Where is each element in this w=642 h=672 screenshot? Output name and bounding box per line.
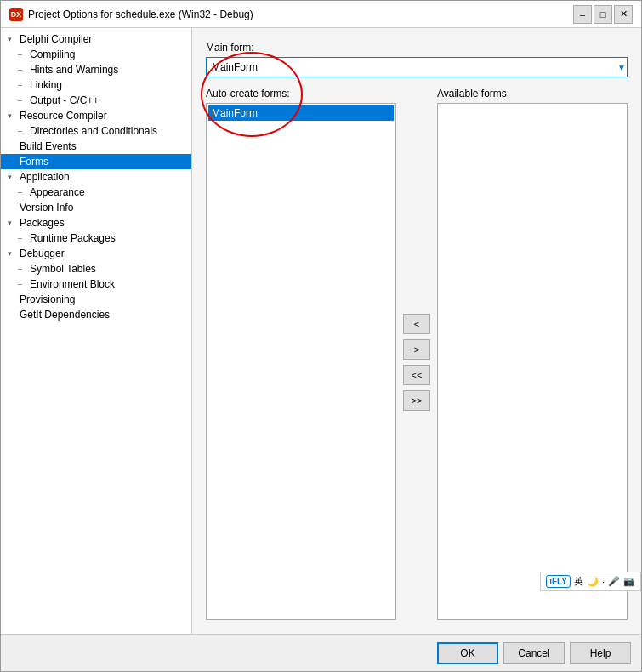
sidebar-item-getit[interactable]: GetIt Dependencies: [1, 307, 191, 322]
sidebar-label: Resource Compiler: [20, 110, 107, 122]
sidebar: ▾ Delphi Compiler – Compiling – Hints an…: [1, 28, 192, 634]
expand-arrow: ▾: [8, 249, 18, 258]
sidebar-item-delphi-compiler[interactable]: ▾ Delphi Compiler: [1, 31, 191, 47]
leaf-dash: –: [18, 96, 28, 105]
leaf-dash: –: [18, 81, 28, 89]
move-right-button[interactable]: >: [403, 339, 430, 360]
main-panel: Main form: MainForm ▼ Auto-create forms:…: [192, 28, 641, 634]
dot-icon: ·: [602, 577, 605, 587]
sidebar-item-symbol-tables[interactable]: – Symbol Tables: [1, 261, 191, 276]
camera-icon: 📷: [623, 576, 635, 587]
sidebar-label: Provisioning: [20, 293, 75, 305]
sidebar-label: Directories and Conditionals: [30, 125, 157, 137]
footer: OK Cancel Help: [1, 634, 641, 671]
main-window: DX Project Options for schedule.exe (Win…: [0, 0, 642, 672]
cancel-button[interactable]: Cancel: [503, 642, 565, 664]
arrow-buttons-group: < > << >>: [403, 88, 430, 620]
auto-create-list[interactable]: MainForm: [206, 103, 396, 620]
sidebar-label: Compiling: [30, 48, 75, 60]
ifly-badge: iFLY: [546, 575, 571, 588]
expand-arrow: ▾: [8, 111, 18, 120]
ok-button[interactable]: OK: [437, 642, 498, 664]
sidebar-label: Build Events: [20, 140, 77, 152]
sidebar-item-directories[interactable]: – Directories and Conditionals: [1, 123, 191, 139]
no-arrow: [8, 310, 18, 319]
sidebar-label: Hints and Warnings: [30, 64, 118, 76]
sidebar-label: Output - C/C++: [30, 94, 99, 106]
no-arrow: [8, 203, 18, 212]
sidebar-label: Forms: [20, 156, 48, 168]
leaf-dash: –: [18, 234, 28, 242]
no-arrow: [8, 295, 18, 304]
auto-create-forms-box: Auto-create forms: MainForm: [206, 88, 396, 620]
available-forms-label: Available forms:: [437, 88, 628, 100]
sidebar-label: Environment Block: [30, 278, 115, 290]
leaf-dash: –: [18, 50, 28, 59]
available-forms-box: Available forms:: [437, 88, 628, 620]
help-button[interactable]: Help: [570, 642, 631, 664]
leaf-dash: –: [18, 265, 28, 273]
expand-arrow: ▾: [8, 35, 18, 43]
title-buttons: – □ ✕: [573, 5, 633, 24]
sidebar-item-build-events[interactable]: Build Events: [1, 139, 191, 154]
content-area: ▾ Delphi Compiler – Compiling – Hints an…: [1, 28, 641, 634]
auto-create-label: Auto-create forms:: [206, 88, 396, 100]
sidebar-item-application[interactable]: ▾ Application: [1, 169, 191, 185]
leaf-dash: –: [18, 127, 28, 135]
sidebar-label: Runtime Packages: [30, 232, 116, 244]
sidebar-label: Symbol Tables: [30, 263, 96, 275]
forms-section: Auto-create forms: MainForm < > << >> Av…: [206, 88, 628, 620]
sidebar-item-version-info[interactable]: Version Info: [1, 200, 191, 215]
leaf-dash: –: [18, 280, 28, 288]
move-all-right-button[interactable]: >>: [403, 390, 430, 411]
sidebar-label: GetIt Dependencies: [20, 309, 110, 321]
sidebar-label: Linking: [30, 79, 62, 91]
sidebar-item-environment-block[interactable]: – Environment Block: [1, 276, 191, 292]
expand-arrow: ▾: [8, 173, 18, 181]
move-left-button[interactable]: <: [403, 314, 430, 334]
auto-create-item-mainform[interactable]: MainForm: [208, 105, 394, 121]
no-arrow: [8, 157, 18, 166]
sidebar-item-linking[interactable]: – Linking: [1, 77, 191, 93]
language-indicator: 英: [574, 575, 583, 588]
expand-arrow: ▾: [8, 219, 18, 227]
no-arrow: [8, 142, 18, 151]
taskbar-icons: iFLY 英 🌙 · 🎤 📷: [540, 572, 641, 591]
sidebar-label: Delphi Compiler: [20, 33, 92, 45]
minimize-button[interactable]: –: [573, 5, 592, 24]
sidebar-item-provisioning[interactable]: Provisioning: [1, 292, 191, 307]
title-bar-left: DX Project Options for schedule.exe (Win…: [9, 8, 253, 21]
sidebar-item-resource-compiler[interactable]: ▾ Resource Compiler: [1, 108, 191, 123]
mic-icon: 🎤: [608, 576, 620, 587]
close-button[interactable]: ✕: [614, 5, 633, 24]
sidebar-item-compiling[interactable]: – Compiling: [1, 47, 191, 62]
window-title: Project Options for schedule.exe (Win32 …: [28, 9, 253, 20]
sidebar-label: Application: [20, 171, 70, 183]
available-forms-list[interactable]: [437, 103, 628, 620]
move-all-left-button[interactable]: <<: [403, 365, 430, 385]
sidebar-item-packages[interactable]: ▾ Packages: [1, 215, 191, 231]
sidebar-item-appearance[interactable]: – Appearance: [1, 185, 191, 200]
sidebar-item-forms[interactable]: Forms: [1, 154, 191, 169]
sidebar-label: Appearance: [30, 186, 85, 198]
main-form-dropdown-wrapper: MainForm ▼: [206, 57, 628, 77]
sidebar-label: Packages: [20, 217, 65, 229]
main-form-dropdown[interactable]: MainForm: [206, 57, 628, 77]
sidebar-item-debugger[interactable]: ▾ Debugger: [1, 246, 191, 261]
leaf-dash: –: [18, 188, 28, 196]
leaf-dash: –: [18, 65, 28, 74]
maximize-button[interactable]: □: [594, 5, 612, 24]
sidebar-item-hints-warnings[interactable]: – Hints and Warnings: [1, 62, 191, 77]
sidebar-label: Debugger: [20, 248, 65, 259]
sidebar-item-runtime-packages[interactable]: – Runtime Packages: [1, 231, 191, 246]
main-form-label: Main form:: [206, 42, 628, 54]
title-bar: DX Project Options for schedule.exe (Win…: [1, 1, 641, 28]
main-form-group: Main form: MainForm ▼: [206, 42, 628, 77]
moon-icon: 🌙: [587, 576, 599, 587]
sidebar-item-output-c[interactable]: – Output - C/C++: [1, 93, 191, 108]
sidebar-label: Version Info: [20, 202, 73, 214]
app-icon: DX: [9, 8, 23, 21]
